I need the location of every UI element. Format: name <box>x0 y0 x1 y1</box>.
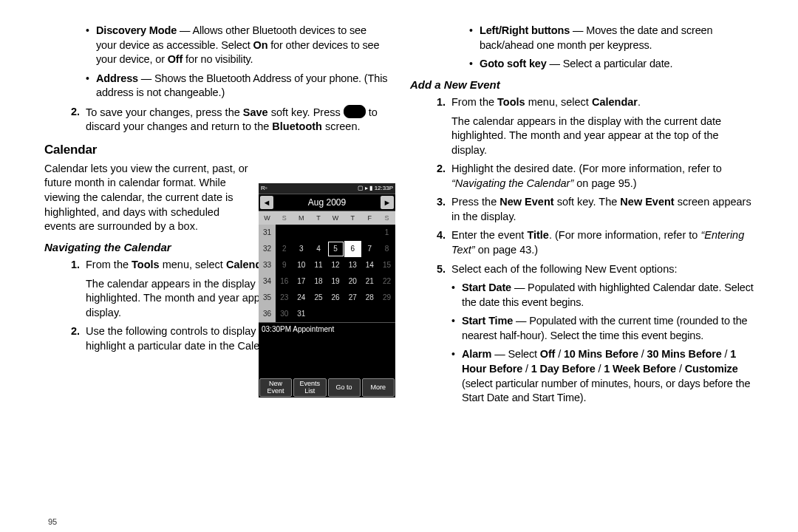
selected-event: 03:30PM Appointment <box>259 322 395 339</box>
calendar-intro: Calendar lets you view the current, past… <box>44 162 251 234</box>
calendar-day[interactable] <box>344 306 361 322</box>
calendar-day[interactable]: 15 <box>378 257 395 273</box>
step-number: 5. <box>428 262 451 410</box>
calendar-day[interactable]: 16 <box>276 273 293 290</box>
save-changes-step: To save your changes, press the Save sof… <box>86 105 388 134</box>
calendar-day[interactable]: 22 <box>378 273 395 290</box>
softkey-go-to[interactable]: Go to <box>328 378 361 397</box>
nav-controls-list: •Left/Right buttons — Moves the date and… <box>469 24 754 72</box>
left-column: •Discovery Mode — Allows other Bluetooth… <box>22 22 403 510</box>
calendar-day[interactable]: 18 <box>310 273 327 290</box>
calendar-day[interactable] <box>344 225 361 241</box>
calendar-grid[interactable]: WSMTWTFS31132234567833910111213141534161… <box>259 211 395 322</box>
nav-step-1: From the Tools menu, select Calendar. <box>86 258 278 273</box>
calendar-day[interactable]: 19 <box>327 273 344 290</box>
calendar-day[interactable]: 30 <box>276 306 293 322</box>
calendar-day[interactable]: 5 <box>327 241 344 257</box>
right-column: •Left/Right buttons — Moves the date and… <box>403 22 776 510</box>
step-number: 3. <box>428 195 451 224</box>
add-new-event-heading: Add a New Event <box>410 78 754 92</box>
status-right: ▢ ▸ ▮ 12:33P <box>358 185 393 193</box>
calendar-day[interactable]: 25 <box>310 290 327 306</box>
month-title: Aug 2009 <box>275 197 379 208</box>
calendar-day[interactable]: 2 <box>276 241 293 257</box>
calendar-day[interactable]: 27 <box>344 290 361 306</box>
add-event-steps: 1.From the Tools menu, select Calendar.T… <box>428 95 754 410</box>
calendar-day[interactable]: 8 <box>378 241 395 257</box>
calendar-day[interactable] <box>378 306 395 322</box>
step-number: 1. <box>428 95 451 157</box>
calendar-day[interactable]: 12 <box>327 257 344 273</box>
calendar-day[interactable]: 24 <box>293 290 310 306</box>
calendar-day[interactable]: 13 <box>344 257 361 273</box>
step-number: 2. <box>62 324 86 353</box>
calendar-day[interactable]: 26 <box>327 290 344 306</box>
prev-month-button[interactable]: ◄ <box>260 196 273 209</box>
option-bullet: Alarm — Select Off / 10 Mins Before / 30… <box>462 347 754 405</box>
status-left: R▫ <box>261 185 267 193</box>
calendar-heading: Calendar <box>44 142 388 159</box>
calendar-day[interactable] <box>361 225 378 241</box>
step-number: 2. <box>428 162 451 191</box>
calendar-day[interactable]: 23 <box>276 290 293 306</box>
calendar-day[interactable]: 9 <box>276 257 293 273</box>
option-bullet: Start Date — Populated with highlighted … <box>462 281 754 310</box>
calendar-day[interactable]: 28 <box>361 290 378 306</box>
calendar-day[interactable] <box>310 306 327 322</box>
calendar-day[interactable]: 11 <box>310 257 327 273</box>
calendar-day[interactable]: 14 <box>361 257 378 273</box>
step-text: Press the New Event soft key. The New Ev… <box>451 195 754 224</box>
bullet-text: Left/Right buttons — Moves the date and … <box>480 24 754 52</box>
softkey-events-list[interactable]: EventsList <box>293 378 326 397</box>
softkey-more[interactable]: More <box>362 378 395 397</box>
step-text: Select each of the following New Event o… <box>451 262 754 410</box>
bullet-text: Discovery Mode — Allows other Bluetooth … <box>96 24 388 67</box>
calendar-day[interactable]: 7 <box>361 241 378 257</box>
end-key-icon <box>344 105 366 118</box>
bullet-text: Goto soft key — Select a particular date… <box>480 57 754 72</box>
calendar-day[interactable]: 31 <box>293 306 310 322</box>
step-text: Enter the event Title. (For more informa… <box>451 228 754 257</box>
calendar-day[interactable] <box>310 225 327 241</box>
next-month-button[interactable]: ► <box>381 196 394 209</box>
calendar-day[interactable]: 3 <box>293 241 310 257</box>
option-bullet: Start Time — Populated with the current … <box>462 314 754 343</box>
step-number: 1. <box>62 258 86 320</box>
step-text: From the Tools menu, select Calendar.The… <box>451 95 754 157</box>
calendar-day[interactable]: 21 <box>361 273 378 290</box>
phone-screenshot: R▫ ▢ ▸ ▮ 12:33P ◄ Aug 2009 ► WSMTWTFS311… <box>259 183 395 398</box>
calendar-day[interactable]: 6 <box>344 241 361 257</box>
bluetooth-options-list: •Discovery Mode — Allows other Bluetooth… <box>86 24 388 100</box>
calendar-day[interactable] <box>361 306 378 322</box>
calendar-day[interactable]: 10 <box>293 257 310 273</box>
step-text: Highlight the desired date. (For more in… <box>451 162 754 191</box>
calendar-day[interactable] <box>327 225 344 241</box>
calendar-day[interactable]: 17 <box>293 273 310 290</box>
calendar-day[interactable]: 1 <box>378 225 395 241</box>
calendar-day[interactable]: 20 <box>344 273 361 290</box>
softkey-new-event[interactable]: NewEvent <box>259 378 292 397</box>
calendar-day[interactable] <box>276 225 293 241</box>
calendar-day[interactable]: 29 <box>378 290 395 306</box>
calendar-day[interactable] <box>293 225 310 241</box>
page-number: 95 <box>48 516 57 528</box>
step-number: 2. <box>62 105 86 134</box>
step-number: 4. <box>428 228 451 257</box>
bullet-text: Address — Shows the Bluetooth Address of… <box>96 72 388 100</box>
calendar-day[interactable] <box>327 306 344 322</box>
calendar-day[interactable]: 4 <box>310 241 327 257</box>
